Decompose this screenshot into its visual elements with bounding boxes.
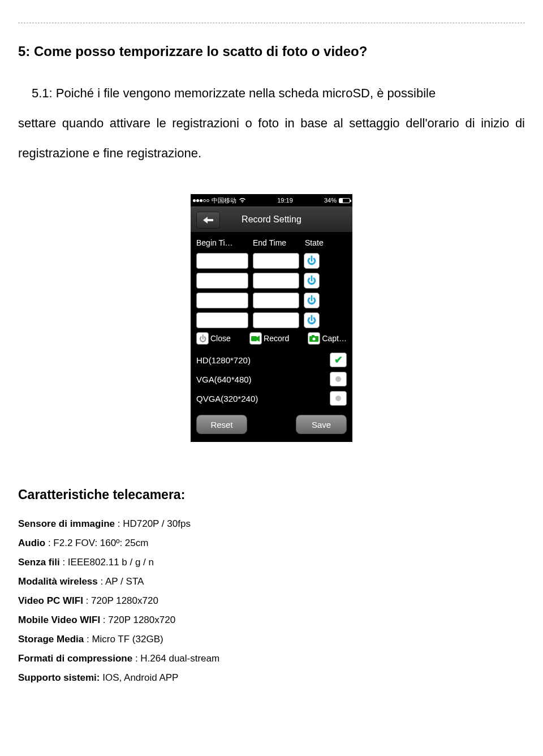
phone-screenshot: 中国移动 19:19 34% Record Setting (191, 194, 352, 442)
state-toggle[interactable]: ⏻ (304, 253, 320, 269)
spec-sensor: Sensore di immagine : HD720P / 30fps (18, 518, 525, 530)
begin-time-input[interactable] (196, 293, 248, 308)
statusbar-time: 19:19 (248, 197, 322, 204)
power-icon: ⏻ (307, 256, 316, 266)
radio-icon (335, 396, 341, 401)
spec-video-mobile: Mobile Video WIFI : 720P 1280x720 (18, 615, 525, 626)
svg-point-3 (313, 338, 316, 341)
svg-rect-0 (251, 336, 257, 341)
option-qvga-label: QVGA(320*240) (196, 394, 258, 403)
spec-audio: Audio : F2.2 FOV: 160º: 25cm (18, 538, 525, 549)
wifi-icon (239, 197, 246, 203)
power-icon: ⏻ (196, 332, 209, 345)
schedule-row: ⏻ (196, 273, 347, 289)
spec-video-pc: Video PC WIFI : 720P 1280x720 (18, 595, 525, 607)
battery-icon (339, 198, 350, 203)
begin-time-input[interactable] (196, 312, 248, 328)
nav-title: Record Setting (242, 214, 301, 225)
option-vga-label: VGA(640*480) (196, 375, 252, 384)
header-begin: Begin Ti… (196, 238, 253, 247)
option-hd[interactable]: HD(1280*720) ✔ (196, 353, 347, 367)
end-time-input[interactable] (253, 273, 299, 289)
end-time-input[interactable] (253, 293, 299, 308)
back-arrow-icon (202, 216, 214, 224)
back-button[interactable] (196, 212, 220, 229)
save-button[interactable]: Save (296, 415, 347, 434)
legend-capture-label: Capt… (322, 334, 347, 343)
nav-bar: Record Setting (191, 207, 352, 233)
legend-capture: Capt… (308, 332, 347, 345)
schedule-row: ⏻ (196, 253, 347, 269)
svg-rect-2 (312, 335, 314, 337)
specs-heading: Caratteristiche telecamera: (18, 487, 525, 502)
record-icon (249, 332, 262, 345)
reset-button[interactable]: Reset (196, 415, 247, 434)
divider (18, 23, 525, 23)
legend: ⏻ Close Record Capt… (196, 332, 347, 345)
state-toggle[interactable]: ⏻ (304, 312, 320, 328)
question-heading: 5: Come posso temporizzare lo scatto di … (18, 44, 525, 59)
state-toggle[interactable]: ⏻ (304, 273, 320, 289)
carrier-label: 中国移动 (212, 196, 236, 205)
camera-icon (308, 332, 320, 345)
legend-record: Record (249, 332, 289, 345)
signal-icon (193, 199, 209, 202)
state-toggle[interactable]: ⏻ (304, 293, 320, 308)
begin-time-input[interactable] (196, 273, 248, 289)
spec-wifi: Senza fili : IEEE802.11 b / g / n (18, 557, 525, 568)
end-time-input[interactable] (253, 253, 299, 269)
end-time-input[interactable] (253, 312, 299, 328)
power-icon: ⏻ (307, 295, 316, 306)
radio-icon (335, 376, 341, 382)
option-hd-label: HD(1280*720) (196, 355, 251, 365)
power-icon: ⏻ (307, 315, 316, 325)
legend-close-label: Close (210, 334, 231, 343)
spec-compression: Formati di compressione : H.264 dual-str… (18, 653, 525, 664)
begin-time-input[interactable] (196, 253, 248, 269)
legend-record-label: Record (264, 334, 289, 343)
schedule-row: ⏻ (196, 293, 347, 308)
answer-text: 5.1: Poiché i file vengono memorizzate n… (18, 79, 525, 168)
option-qvga[interactable]: QVGA(320*240) (196, 391, 347, 406)
spec-storage: Storage Media : Micro TF (32GB) (18, 634, 525, 645)
legend-close: ⏻ Close (196, 332, 231, 345)
header-state: State (305, 238, 347, 247)
spec-os: Supporto sistemi: IOS, Android APP (18, 672, 525, 684)
schedule-row: ⏻ (196, 312, 347, 328)
header-end: End Time (253, 238, 305, 247)
battery-percent: 34% (324, 197, 337, 204)
spec-wireless-mode: Modalità wireless : AP / STA (18, 576, 525, 587)
status-bar: 中国移动 19:19 34% (191, 194, 352, 207)
option-vga[interactable]: VGA(640*480) (196, 372, 347, 386)
power-icon: ⏻ (307, 276, 316, 286)
table-header: Begin Ti… End Time State (196, 238, 347, 247)
check-icon: ✔ (334, 354, 343, 366)
